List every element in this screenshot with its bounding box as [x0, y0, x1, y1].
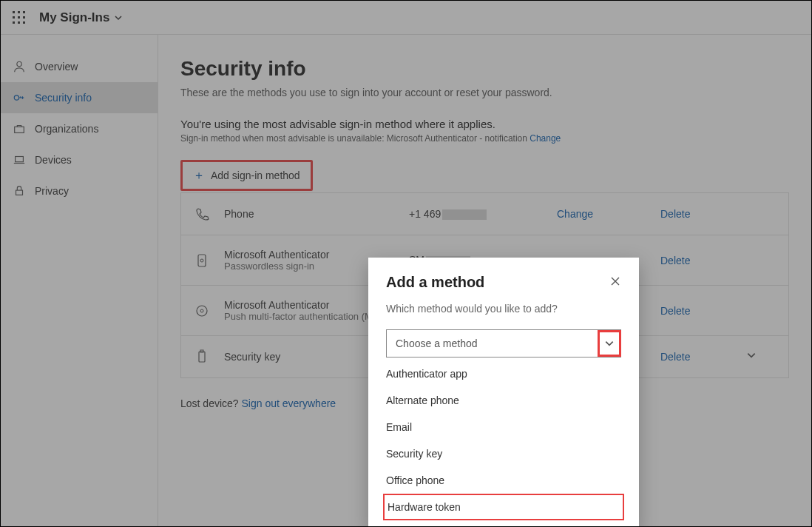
svg-rect-7 [18, 21, 20, 24]
option-hardware-token[interactable]: Hardware token [383, 494, 624, 520]
delete-link[interactable]: Delete [660, 351, 734, 363]
laptop-icon [13, 153, 26, 167]
option-security-key[interactable]: Security key [368, 440, 639, 467]
option-alternate-phone[interactable]: Alternate phone [368, 387, 639, 414]
delete-link[interactable]: Delete [660, 305, 734, 317]
svg-rect-13 [16, 190, 23, 195]
svg-rect-12 [16, 157, 24, 162]
select-placeholder: Choose a method [396, 338, 478, 349]
close-button[interactable] [609, 275, 621, 290]
modal-question: Which method would you like to add? [368, 297, 639, 329]
sidebar-item-label: Devices [35, 154, 72, 166]
plus-icon: ＋ [193, 169, 205, 181]
method-name: Microsoft Authenticator [224, 299, 329, 311]
person-icon [13, 60, 26, 73]
svg-point-10 [14, 95, 18, 100]
svg-rect-14 [198, 255, 206, 266]
page-subtitle: These are the methods you use to sign in… [180, 87, 789, 98]
svg-rect-3 [13, 16, 15, 19]
brand-dropdown[interactable]: My Sign-Ins [39, 10, 123, 25]
sign-out-everywhere-link[interactable]: Sign out everywhere [242, 397, 336, 409]
svg-point-17 [200, 309, 203, 312]
close-icon [609, 275, 621, 287]
method-row-phone: Phone +1 469 Change Delete [181, 193, 788, 235]
svg-point-9 [17, 61, 21, 66]
svg-rect-4 [18, 16, 20, 19]
sidebar-item-label: Security info [35, 92, 92, 104]
add-sign-in-method-button[interactable]: ＋ Add sign-in method [183, 162, 311, 189]
select-chevron-highlight [598, 330, 621, 357]
option-authenticator-app[interactable]: Authenticator app [368, 360, 639, 387]
top-bar: My Sign-Ins [1, 1, 811, 35]
add-button-label: Add sign-in method [211, 169, 300, 181]
add-method-modal: Add a method Which method would you like… [368, 258, 639, 527]
authenticator-icon [194, 303, 209, 318]
method-value: +1 469 [409, 208, 557, 220]
lock-icon [13, 184, 26, 198]
phone-icon [194, 207, 209, 221]
page-title: Security info [180, 57, 789, 81]
redacted-block [442, 209, 487, 220]
chevron-down-icon [604, 338, 615, 349]
sidebar-item-privacy[interactable]: Privacy [1, 175, 158, 207]
app-launcher-icon[interactable] [13, 11, 26, 24]
delete-link[interactable]: Delete [660, 255, 734, 266]
add-method-highlight: ＋ Add sign-in method [180, 160, 313, 191]
advisable-subtext: Sign-in method when most advisable is un… [180, 133, 789, 144]
key-icon [13, 91, 26, 104]
expand-toggle[interactable] [734, 350, 757, 363]
svg-rect-1 [18, 11, 20, 13]
svg-rect-2 [23, 11, 25, 13]
method-name: Phone [224, 208, 254, 220]
sidebar-item-overview[interactable]: Overview [1, 51, 158, 82]
svg-point-16 [197, 306, 207, 316]
svg-rect-5 [23, 16, 25, 19]
advisable-sub-label: Sign-in method when most advisable is un… [180, 133, 530, 144]
svg-rect-8 [23, 21, 25, 24]
modal-title: Add a method [386, 274, 484, 291]
option-email[interactable]: Email [368, 414, 639, 440]
svg-rect-11 [15, 127, 24, 132]
svg-rect-6 [13, 21, 15, 24]
sidebar-item-label: Organizations [35, 123, 98, 135]
advisable-text: You're using the most advisable sign-in … [180, 118, 789, 130]
brand-label: My Sign-Ins [39, 10, 109, 25]
method-select[interactable]: Choose a method [386, 329, 621, 358]
briefcase-icon [13, 122, 26, 135]
method-name: Security key [224, 351, 280, 363]
lost-label: Lost device? [180, 397, 242, 409]
sidebar-item-label: Privacy [35, 185, 69, 197]
chevron-down-icon [114, 13, 123, 22]
chevron-down-icon [746, 350, 757, 360]
option-office-phone[interactable]: Office phone [368, 467, 639, 494]
authenticator-icon [194, 253, 209, 268]
sidebar: Overview Security info Organizations Dev… [1, 35, 158, 526]
method-name: Microsoft Authenticator [224, 249, 329, 261]
method-options-list: Authenticator app Alternate phone Email … [368, 358, 639, 527]
sidebar-item-security[interactable]: Security info [1, 82, 158, 113]
svg-point-15 [200, 259, 203, 262]
svg-rect-0 [13, 11, 15, 13]
change-default-link[interactable]: Change [530, 133, 561, 144]
svg-rect-18 [199, 352, 205, 362]
change-link[interactable]: Change [557, 208, 660, 220]
usb-key-icon [194, 349, 209, 364]
sidebar-item-organizations[interactable]: Organizations [1, 113, 158, 144]
sidebar-item-label: Overview [35, 61, 78, 73]
delete-link[interactable]: Delete [660, 208, 734, 220]
sidebar-item-devices[interactable]: Devices [1, 144, 158, 175]
